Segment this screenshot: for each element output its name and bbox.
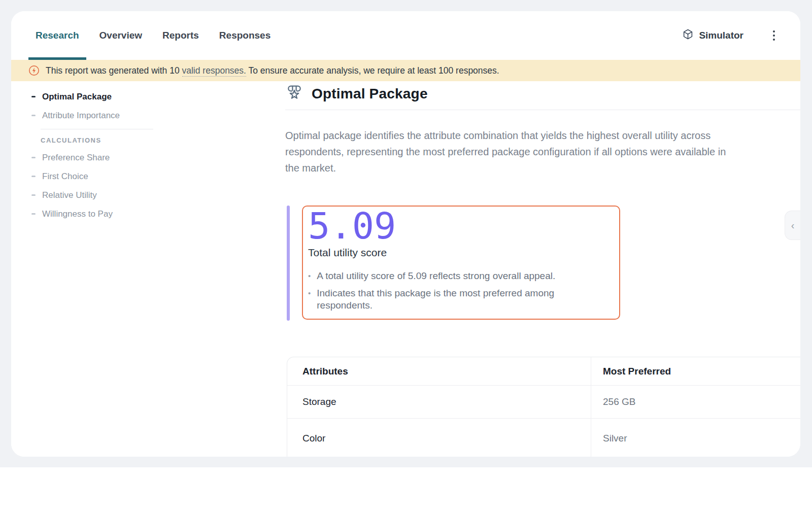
- table-row-value: Silver: [591, 419, 800, 457]
- sidebar-item-label: Optimal Package: [42, 92, 112, 102]
- report-sidebar: Optimal Package Attribute Importance CAL…: [11, 81, 274, 457]
- dash-bullet-icon: [31, 213, 36, 215]
- sidebar-item-optimal-package[interactable]: Optimal Package: [31, 87, 274, 106]
- sidebar-item-label: Preference Share: [42, 153, 110, 163]
- table-row-attribute: Color: [287, 419, 591, 457]
- dash-bullet-icon: [31, 157, 36, 158]
- tab-research[interactable]: Research: [28, 11, 86, 60]
- score-insight: • Indicates that this package is the mos…: [308, 287, 610, 312]
- dash-bullet-icon: [31, 194, 36, 196]
- sidebar-section-label: CALCULATIONS: [41, 136, 274, 144]
- total-utility-score-label: Total utility score: [308, 247, 610, 259]
- banner-text-after: To ensure accurate analysis, we require …: [249, 65, 499, 76]
- warning-banner: This report was generated with 10 valid …: [11, 60, 800, 81]
- simulator-button[interactable]: Simulator: [682, 28, 743, 43]
- report-content: Optimal Package Optimal package identifi…: [274, 81, 800, 457]
- score-card: 5.09 Total utility score • A total utili…: [302, 206, 620, 320]
- collapse-panel-button[interactable]: ‹: [785, 211, 800, 240]
- banner-text-before: This report was generated with 10: [46, 65, 180, 76]
- sidebar-item-label: First Choice: [42, 172, 88, 182]
- medal-icon: [285, 83, 303, 105]
- table-row-value: 256 GB: [591, 386, 800, 419]
- score-insight-text: A total utility score of 5.09 reflects s…: [317, 270, 555, 282]
- content-divider: [285, 110, 800, 110]
- sidebar-item-label: Attribute Importance: [42, 111, 120, 121]
- sidebar-item-first-choice[interactable]: First Choice: [31, 167, 274, 186]
- cube-icon: [682, 28, 694, 43]
- most-preferred-table: Attributes Most Preferred Storage 256 GB…: [287, 357, 800, 457]
- dash-bullet-icon: [31, 115, 36, 116]
- sidebar-item-preference-share[interactable]: Preference Share: [31, 148, 274, 167]
- section-description: Optimal package identifies the attribute…: [285, 127, 738, 176]
- purple-accent-bar: [287, 206, 290, 321]
- dash-bullet-icon: [31, 176, 36, 177]
- chevron-left-icon: ‹: [791, 220, 795, 231]
- sidebar-item-label: Relative Utility: [42, 190, 97, 200]
- sidebar-item-attribute-importance[interactable]: Attribute Importance: [31, 106, 274, 125]
- score-insight-text: Indicates that this package is the most …: [317, 287, 610, 312]
- tab-reports[interactable]: Reports: [155, 11, 206, 60]
- simulator-label: Simulator: [699, 30, 743, 41]
- banner-text: This report was generated with 10 valid …: [46, 65, 499, 76]
- app-window: Research Overview Reports Responses Simu…: [11, 11, 800, 457]
- sidebar-divider: [41, 129, 153, 129]
- page-title: Optimal Package: [312, 86, 428, 102]
- tab-overview[interactable]: Overview: [92, 11, 150, 60]
- flash-icon: [28, 65, 40, 76]
- sidebar-item-label: Willingness to Pay: [42, 209, 113, 219]
- table-row-attribute: Storage: [287, 386, 591, 419]
- total-utility-score-value: 5.09: [308, 208, 610, 244]
- bullet-dot-icon: •: [308, 270, 311, 282]
- column-header-attributes: Attributes: [287, 357, 591, 386]
- valid-responses-link[interactable]: valid responses.: [182, 65, 246, 77]
- score-insight: • A total utility score of 5.09 reflects…: [308, 270, 610, 282]
- more-menu-button[interactable]: [770, 27, 778, 44]
- total-utility-score-section: 5.09 Total utility score • A total utili…: [285, 206, 621, 320]
- bullet-dot-icon: •: [308, 287, 311, 312]
- tab-responses[interactable]: Responses: [212, 11, 278, 60]
- sidebar-item-willingness-to-pay[interactable]: Willingness to Pay: [31, 204, 274, 223]
- tab-bar: Research Overview Reports Responses: [28, 11, 278, 60]
- sidebar-item-relative-utility[interactable]: Relative Utility: [31, 186, 274, 204]
- top-navigation: Research Overview Reports Responses Simu…: [11, 11, 800, 60]
- dash-bullet-icon: [31, 96, 36, 97]
- column-header-most-preferred: Most Preferred: [591, 357, 800, 386]
